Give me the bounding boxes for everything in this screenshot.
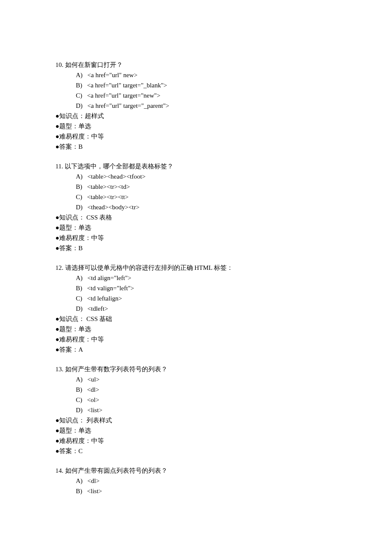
knowledge-point-line: ●知识点： 列表样式: [55, 415, 337, 425]
answer-value: C: [78, 448, 83, 454]
answer-line: ●答案：C: [55, 446, 337, 456]
option-text: <table><head><tfoot>: [87, 173, 146, 180]
option-text: <tdleft>: [87, 305, 108, 312]
difficulty-value: 中等: [91, 234, 104, 241]
question-type-line: ●题型：单选: [55, 223, 337, 233]
option-text: <list>: [87, 407, 102, 413]
option-line: A) <dl>: [55, 476, 337, 486]
question-type-label: ●题型：: [55, 427, 78, 434]
answer-line: ●答案：A: [55, 344, 337, 355]
option-text: <ul>: [87, 376, 100, 383]
question-type-line: ●题型：单选: [55, 324, 337, 334]
answer-line: ●答案：B: [55, 142, 337, 152]
option-text: <td align="left">: [87, 275, 131, 281]
question-block: 12. 请选择可以使单元格中的容进行左排列的正确 HTML 标签：A) <td …: [55, 263, 337, 355]
option-label: D): [76, 305, 83, 312]
question-type-value: 单选: [78, 326, 91, 332]
option-label: A): [76, 173, 83, 180]
option-label: B): [76, 183, 82, 190]
option-text: <table><tr><tt>: [87, 194, 128, 200]
knowledge-point-line: ●知识点： CSS 基础: [55, 314, 337, 324]
difficulty-value: 中等: [91, 437, 104, 444]
option-label: B): [76, 386, 82, 393]
question-text: 请选择可以使单元格中的容进行左排列的正确 HTML 标签：: [65, 264, 233, 271]
option-line: C) <td leftalign>: [55, 293, 337, 304]
difficulty-label: ●难易程度：: [55, 437, 91, 444]
option-text: <table><tr><td>: [87, 183, 130, 190]
question-type-value: 单选: [78, 427, 91, 434]
difficulty-line: ●难易程度：中等: [55, 131, 337, 142]
option-text: <dl>: [87, 477, 100, 484]
option-line: D) <tdleft>: [55, 304, 337, 314]
question-type-line: ●题型：单选: [55, 121, 337, 131]
difficulty-label: ●难易程度：: [55, 336, 91, 343]
answer-value: B: [78, 143, 83, 150]
answer-label: ●答案：: [55, 448, 78, 454]
option-text: <list>: [87, 488, 102, 494]
option-label: A): [76, 72, 83, 78]
question-stem: 14. 如何产生带有圆点列表符号的列表？: [55, 465, 337, 476]
question-text: 以下选项中，哪个全部都是表格标签？: [65, 163, 173, 170]
question-number: 14.: [55, 467, 63, 474]
option-text: <a href="url" target="_blank">: [87, 82, 167, 89]
question-stem: 12. 请选择可以使单元格中的容进行左排列的正确 HTML 标签：: [55, 263, 337, 273]
option-label: C): [76, 396, 82, 403]
option-line: D) <list>: [55, 405, 337, 415]
difficulty-label: ●难易程度：: [55, 234, 91, 241]
knowledge-point-line: ●知识点：超样式: [55, 111, 337, 121]
option-line: B) <table><tr><td>: [55, 182, 337, 192]
option-label: C): [76, 92, 82, 99]
option-line: A) <table><head><tfoot>: [55, 171, 337, 182]
option-line: B) <list>: [55, 486, 337, 496]
difficulty-label: ●难易程度：: [55, 133, 91, 140]
question-type-line: ●题型：单选: [55, 425, 337, 436]
option-line: A) <ul>: [55, 374, 337, 384]
question-stem: 11. 以下选项中，哪个全部都是表格标签？: [55, 161, 337, 171]
option-label: D): [76, 407, 83, 413]
answer-line: ●答案：B: [55, 243, 337, 253]
option-text: <td leftalign>: [87, 295, 122, 302]
option-line: B) <td valign="left">: [55, 283, 337, 293]
option-label: D): [76, 204, 83, 211]
option-text: <a href="url" target="_parent">: [87, 102, 169, 109]
question-type-label: ●题型：: [55, 326, 78, 332]
question-stem: 13. 如何产生带有数字列表符号的列表？: [55, 364, 337, 374]
knowledge-point-value: CSS 表格: [85, 214, 112, 221]
question-stem: 10. 如何在新窗口打开？: [55, 60, 337, 70]
question-type-label: ●题型：: [55, 224, 78, 231]
option-label: D): [76, 102, 83, 109]
question-text: 如何产生带有数字列表符号的列表？: [65, 366, 167, 373]
knowledge-point-line: ●知识点： CSS 表格: [55, 212, 337, 223]
option-line: A) <td align="left">: [55, 273, 337, 283]
answer-label: ●答案：: [55, 245, 78, 251]
question-type-label: ●题型：: [55, 123, 78, 130]
difficulty-line: ●难易程度：中等: [55, 334, 337, 344]
answer-label: ●答案：: [55, 346, 78, 353]
knowledge-point-value: 列表样式: [85, 417, 112, 424]
question-number: 11.: [55, 163, 63, 170]
question-block: 13. 如何产生带有数字列表符号的列表？A) <ul>B) <dl>C) <ol…: [55, 364, 337, 456]
knowledge-point-label: ●知识点：: [55, 113, 85, 119]
option-text: <dl>: [87, 386, 99, 393]
option-text: <a href="url" target="new">: [87, 92, 160, 99]
knowledge-point-value: CSS 基础: [85, 315, 112, 322]
option-line: C) <a href="url" target="new">: [55, 90, 337, 101]
option-text: <ol>: [87, 396, 99, 403]
option-label: A): [76, 477, 83, 484]
option-line: D) <a href="url" target="_parent">: [55, 101, 337, 111]
option-text: <thead><body><tr>: [87, 204, 139, 211]
option-line: D) <thead><body><tr>: [55, 202, 337, 212]
option-line: C) <ol>: [55, 395, 337, 405]
answer-value: B: [78, 245, 83, 251]
option-label: C): [76, 295, 82, 302]
question-text: 如何产生带有圆点列表符号的列表？: [65, 467, 167, 474]
difficulty-line: ●难易程度：中等: [55, 233, 337, 243]
option-label: A): [76, 275, 83, 281]
difficulty-line: ●难易程度：中等: [55, 436, 337, 446]
option-text: <a href="url" new>: [87, 72, 138, 78]
question-number: 13.: [55, 366, 63, 373]
option-line: C) <table><tr><tt>: [55, 192, 337, 202]
question-type-value: 单选: [78, 224, 91, 231]
question-type-value: 单选: [78, 123, 91, 130]
knowledge-point-label: ●知识点：: [55, 214, 85, 221]
